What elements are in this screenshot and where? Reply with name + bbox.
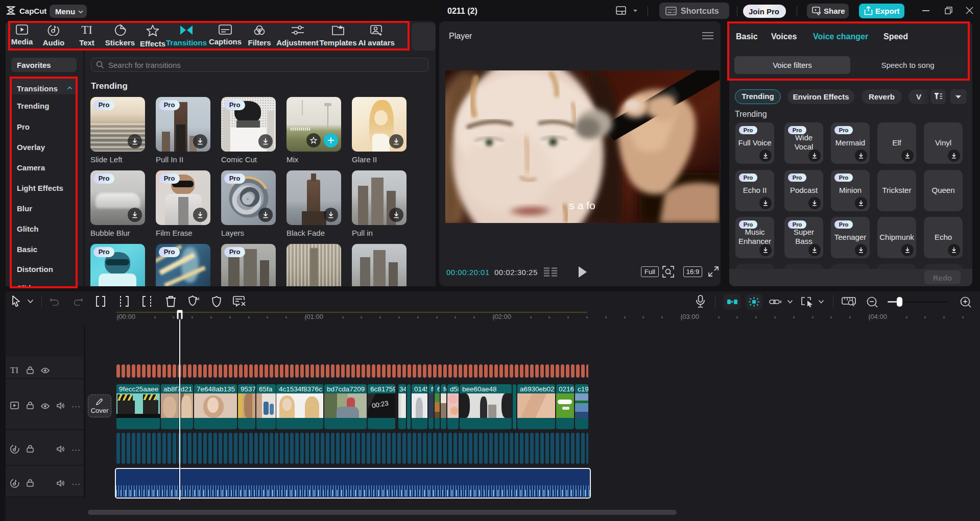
svg-text:AI: AI <box>195 296 199 301</box>
svg-text:s a fo: s a fo <box>569 200 595 211</box>
